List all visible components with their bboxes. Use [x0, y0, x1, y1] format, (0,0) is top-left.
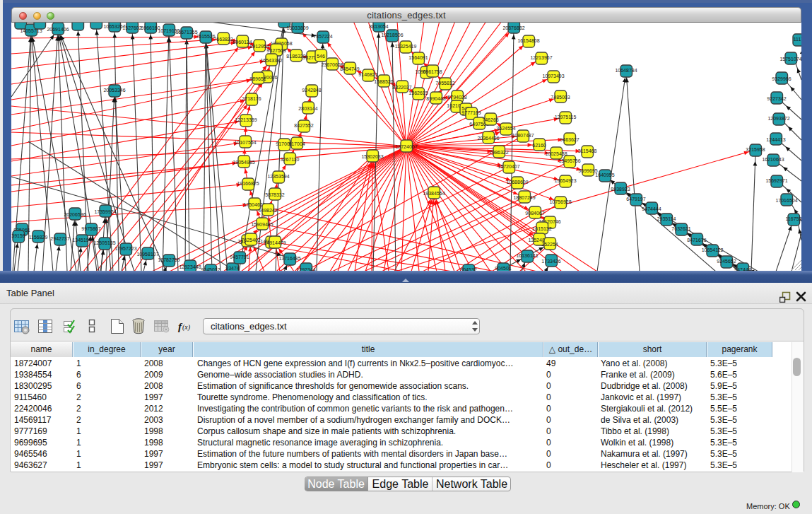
- svg-text:7357224: 7357224: [313, 34, 332, 39]
- svg-text:1345194: 1345194: [72, 238, 91, 243]
- svg-text:6479197: 6479197: [626, 197, 645, 201]
- svg-text:14914479: 14914479: [264, 240, 286, 245]
- svg-text:8990448: 8990448: [426, 96, 445, 101]
- svg-text:15720407: 15720407: [498, 164, 519, 169]
- svg-text:10025438: 10025438: [545, 151, 567, 156]
- svg-text:83474: 83474: [225, 266, 240, 271]
- svg-text:15909485: 15909485: [251, 222, 273, 227]
- svg-text:917004: 917004: [288, 141, 305, 146]
- svg-text:6961758: 6961758: [423, 69, 442, 74]
- svg-text:7485003: 7485003: [551, 95, 570, 100]
- svg-text:3215958: 3215958: [746, 147, 765, 152]
- svg-text:10756928: 10756928: [549, 199, 571, 204]
- svg-text:8938923: 8938923: [611, 187, 630, 192]
- svg-text:19384554: 19384554: [423, 191, 445, 196]
- svg-text:7625402: 7625402: [241, 238, 260, 243]
- svg-text:989651: 989651: [249, 76, 266, 81]
- svg-text:3267110: 3267110: [281, 157, 300, 162]
- svg-text:9084067: 9084067: [525, 211, 544, 216]
- svg-text:10688609: 10688609: [506, 180, 528, 185]
- svg-text:7632621: 7632621: [671, 226, 690, 231]
- svg-text:16210643: 16210643: [762, 157, 784, 162]
- svg-text:12093872: 12093872: [767, 116, 789, 121]
- svg-text:(x): (x): [182, 323, 191, 332]
- svg-text:904501: 904501: [495, 266, 511, 271]
- svg-text:8813054: 8813054: [369, 24, 388, 29]
- svg-text:10648784: 10648784: [615, 68, 637, 73]
- svg-text:3115468: 3115468: [578, 148, 597, 153]
- svg-text:5878332: 5878332: [265, 192, 284, 197]
- svg-text:62160: 62160: [532, 143, 546, 148]
- svg-text:17359924: 17359924: [94, 209, 116, 214]
- svg-text:16033809: 16033809: [286, 25, 308, 30]
- svg-text:1244413: 1244413: [766, 137, 785, 142]
- svg-text:746266: 746266: [482, 117, 498, 122]
- svg-text:11325419: 11325419: [395, 44, 417, 49]
- svg-text:2803144: 2803144: [298, 106, 317, 111]
- svg-text:9329966: 9329966: [772, 76, 791, 81]
- svg-text:1615132: 1615132: [532, 226, 551, 231]
- svg-text:12975115: 12975115: [555, 115, 577, 119]
- svg-text:16543382: 16543382: [260, 58, 282, 63]
- svg-text:8427552: 8427552: [294, 123, 313, 128]
- svg-text:6794028: 6794028: [447, 95, 466, 100]
- svg-text:12213967: 12213967: [530, 55, 552, 60]
- svg-text:10107554: 10107554: [234, 140, 256, 145]
- svg-text:20364436: 20364436: [477, 136, 499, 141]
- svg-text:9146821: 9146821: [358, 72, 377, 77]
- svg-text:12505135: 12505135: [93, 240, 115, 245]
- svg-text:7663822: 7663822: [213, 37, 233, 42]
- svg-text:17957223: 17957223: [114, 246, 136, 251]
- svg-text:9327503: 9327503: [266, 48, 286, 53]
- svg-text:12353594: 12353594: [267, 174, 289, 179]
- svg-text:9227342: 9227342: [767, 96, 786, 101]
- svg-text:4498242: 4498242: [258, 208, 277, 213]
- svg-text:1527602: 1527602: [122, 25, 141, 30]
- svg-text:10807487: 10807487: [512, 133, 534, 138]
- svg-text:1640955: 1640955: [595, 173, 614, 177]
- svg-text:18807249: 18807249: [513, 195, 535, 200]
- svg-text:2942737: 2942737: [50, 236, 69, 241]
- svg-text:10654112: 10654112: [702, 247, 724, 252]
- svg-text:39159: 39159: [11, 233, 25, 238]
- svg-text:9242848: 9242848: [302, 88, 321, 93]
- svg-text:9474444: 9474444: [642, 206, 661, 211]
- svg-text:16136141: 16136141: [516, 253, 538, 258]
- svg-text:7986322: 7986322: [489, 150, 508, 155]
- svg-text:2935114: 2935114: [657, 216, 676, 221]
- svg-text:19218506: 19218506: [381, 33, 403, 37]
- svg-text:1156829: 1156829: [29, 235, 48, 240]
- svg-text:16671355: 16671355: [175, 30, 197, 35]
- svg-text:9463627: 9463627: [560, 137, 579, 142]
- svg-text:10958107: 10958107: [136, 252, 158, 257]
- svg-text:19166825: 19166825: [237, 181, 259, 186]
- svg-text:20876882: 20876882: [502, 25, 524, 30]
- svg-text:12923448: 12923448: [179, 264, 201, 269]
- svg-text:16154808: 16154808: [517, 38, 539, 43]
- svg-text:1903719: 1903719: [274, 23, 293, 23]
- svg-text:19054985: 19054985: [233, 160, 254, 165]
- svg-text:17016504: 17016504: [775, 198, 797, 203]
- svg-text:20053346: 20053346: [103, 88, 125, 93]
- svg-text:1588520: 1588520: [374, 79, 393, 84]
- svg-text:1564091: 1564091: [408, 55, 428, 60]
- svg-text:1362615: 1362615: [408, 90, 428, 95]
- svg-text:16782759: 16782759: [158, 257, 180, 262]
- svg-text:10973493: 10973493: [542, 74, 564, 78]
- svg-text:13716485: 13716485: [278, 256, 300, 261]
- svg-text:3624554: 3624554: [496, 126, 515, 131]
- svg-text:19654923: 19654923: [554, 178, 576, 183]
- svg-text:15692971: 15692971: [765, 178, 787, 183]
- svg-text:1117: 1117: [794, 37, 801, 42]
- svg-text:9699695: 9699695: [578, 168, 597, 173]
- svg-text:8471676: 8471676: [687, 238, 706, 243]
- svg-text:116753: 116753: [786, 216, 801, 221]
- svg-text:9245652: 9245652: [717, 259, 736, 264]
- svg-text:546: 546: [317, 54, 325, 59]
- svg-text:9457791: 9457791: [230, 255, 249, 259]
- svg-text:15302033: 15302033: [361, 154, 383, 159]
- svg-text:20206536: 20206536: [64, 212, 86, 217]
- svg-text:1733426: 1733426: [541, 259, 560, 264]
- svg-text:9777169: 9777169: [461, 110, 481, 115]
- svg-text:8322037: 8322037: [392, 85, 411, 90]
